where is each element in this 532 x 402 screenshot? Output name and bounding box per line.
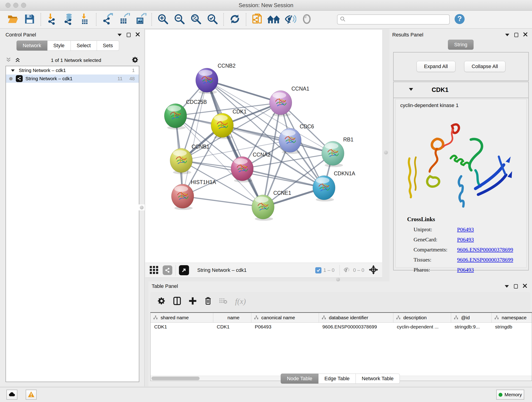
network-canvas[interactable]: CCNB2CCNA1CDC25BCDK1CDC6RB1CCNB1CCNA2CDK… [145, 30, 382, 263]
network-node-CCNB2[interactable]: CCNB2 [196, 63, 235, 94]
cell-canonical-name[interactable]: P06493 [251, 322, 319, 331]
collapse-all-button[interactable]: Collapse All [464, 61, 506, 72]
show-columns-icon[interactable] [173, 297, 181, 306]
network-edge[interactable] [183, 196, 263, 207]
gene-description: cyclin-dependent kinase 1 [400, 102, 526, 108]
right-splitter-handle[interactable] [383, 149, 389, 155]
panel-menu-icon[interactable] [505, 34, 509, 36]
string-view-icon[interactable] [163, 265, 172, 275]
tab-edge-table[interactable]: Edge Table [318, 374, 356, 384]
crosslink-tissues-link[interactable]: 9606.ENSP00000378699 [457, 257, 513, 263]
hide-selected-button[interactable] [284, 13, 297, 26]
column-header[interactable]: namespace [491, 313, 532, 322]
column-header[interactable]: @id [451, 313, 491, 322]
table-row[interactable]: CDK1 CDK1 P06493 9606.ENSP00000378699 cy… [151, 322, 532, 331]
network-collection-row[interactable]: String Network – cdk1 1 [6, 66, 139, 75]
column-header[interactable]: shared name [151, 313, 213, 322]
zoom-fit-content-button[interactable] [189, 13, 203, 26]
tab-network-table[interactable]: Network Table [356, 374, 400, 384]
network-node-RB1[interactable]: RB1 [322, 137, 354, 167]
network-edge[interactable] [207, 80, 263, 207]
network-options-gear-icon[interactable] [132, 56, 139, 64]
column-header[interactable]: database identifier [319, 313, 393, 322]
network-node-CDK1[interactable]: CDK1 [211, 109, 247, 139]
help-button[interactable]: ? [453, 13, 466, 26]
crosslink-uniprot-link[interactable]: P06493 [457, 226, 474, 233]
close-panel-icon[interactable] [523, 32, 527, 37]
cell-database-identifier[interactable]: 9606.ENSP00000378699 [319, 322, 393, 331]
close-panel-icon[interactable] [136, 32, 140, 37]
network-node-HIST1H1A[interactable]: HIST1H1A [171, 179, 216, 210]
share-document-button[interactable] [251, 13, 264, 26]
crosslink-compartments-link[interactable]: 9606.ENSP00000378699 [457, 247, 513, 253]
grid-view-icon[interactable] [149, 265, 159, 276]
tab-sets[interactable]: Sets [97, 41, 119, 51]
home-button[interactable] [267, 13, 280, 26]
warnings-button[interactable] [26, 390, 37, 400]
panel-menu-icon[interactable] [505, 285, 509, 288]
column-header[interactable]: canonical name [251, 313, 319, 322]
close-panel-icon[interactable] [523, 284, 527, 289]
zoom-out-button[interactable] [173, 13, 186, 26]
expand-all-button[interactable]: Expand All [417, 61, 456, 72]
crosslink-genecard-link[interactable]: P06493 [457, 236, 474, 243]
float-panel-icon[interactable] [514, 284, 518, 288]
add-column-icon[interactable] [188, 297, 197, 306]
tab-select[interactable]: Select [71, 41, 97, 51]
toolbar-search[interactable] [337, 14, 450, 25]
zoom-in-button[interactable] [156, 13, 170, 26]
show-all-eye-icon [301, 13, 313, 26]
refresh-view-button[interactable] [228, 13, 241, 26]
hidden-eye-icon[interactable] [343, 266, 351, 275]
node-label: CDC25B [186, 99, 207, 105]
column-header[interactable]: description [393, 313, 451, 322]
export-image-button[interactable] [134, 13, 147, 26]
network-edge[interactable] [222, 125, 333, 153]
network-node-CDC6[interactable]: CDC6 [279, 123, 314, 154]
delete-column-trash-icon[interactable] [204, 297, 212, 306]
save-session-button[interactable] [23, 13, 36, 26]
zoom-selected-button[interactable] [206, 13, 219, 26]
import-network-from-file-button[interactable] [45, 13, 59, 26]
node-label: HIST1H1A [191, 179, 216, 185]
node-table[interactable]: shared name name canonical name database… [150, 312, 532, 381]
tab-network[interactable]: Network [17, 41, 47, 51]
table-settings-gear-icon[interactable] [157, 297, 166, 306]
search-input[interactable] [346, 17, 444, 22]
cell-name[interactable]: CDK1 [213, 322, 251, 331]
panel-menu-icon[interactable] [118, 34, 122, 36]
svg-text:?: ? [457, 15, 462, 23]
import-network-icon [46, 13, 58, 26]
tab-style[interactable]: Style [47, 41, 71, 51]
entry-collapse-icon[interactable] [409, 88, 413, 92]
column-header[interactable]: name [213, 313, 251, 322]
selected-nodes-checkbox[interactable] [315, 267, 322, 274]
export-table-button[interactable] [117, 13, 131, 26]
tab-string-results[interactable]: String [448, 40, 473, 50]
open-folder-icon [7, 13, 19, 26]
show-all-button[interactable] [300, 13, 313, 26]
float-panel-icon[interactable] [514, 33, 518, 37]
import-network-from-database-button[interactable] [62, 13, 75, 26]
export-network-button[interactable] [101, 13, 114, 26]
import-table-from-file-button[interactable] [78, 13, 92, 26]
cell-at-id[interactable]: stringdb:9... [451, 322, 491, 331]
crosslink-pharos-link[interactable]: P06493 [457, 267, 474, 273]
collection-expand-icon[interactable] [11, 68, 15, 73]
network-edge[interactable] [207, 80, 281, 103]
float-panel-icon[interactable] [127, 33, 131, 37]
network-row-selected[interactable]: String Network – cdk1 11 48 [6, 75, 139, 83]
left-splitter-handle[interactable] [139, 204, 145, 211]
cell-shared-name[interactable]: CDK1 [151, 322, 213, 331]
expand-all-networks-icon[interactable] [6, 57, 12, 64]
network-node-CDKN1A[interactable]: CDKN1A [313, 171, 355, 201]
open-session-button[interactable] [6, 13, 20, 26]
birds-eye-view-icon[interactable] [179, 265, 189, 275]
cell-namespace[interactable]: stringdb [491, 322, 532, 331]
cell-description[interactable]: cyclin-dependent ... [393, 322, 451, 331]
memory-button[interactable]: Memory [496, 390, 524, 400]
collapse-all-networks-icon[interactable] [15, 57, 21, 64]
cloud-button[interactable] [6, 390, 17, 400]
pan-crosshair-icon[interactable] [368, 265, 379, 276]
tab-node-table[interactable]: Node Table [281, 374, 318, 384]
